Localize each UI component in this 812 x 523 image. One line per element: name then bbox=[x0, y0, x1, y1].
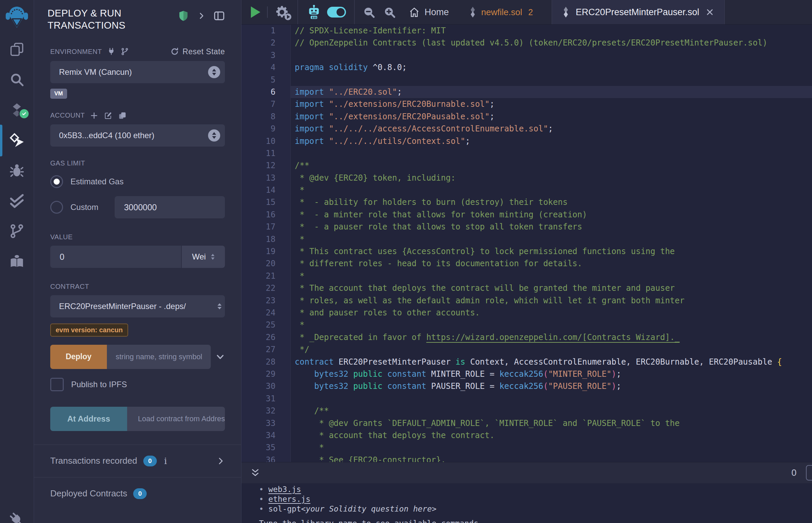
code-line[interactable]: 25 * bbox=[242, 319, 812, 331]
file-explorer-icon bbox=[9, 41, 24, 57]
code-line[interactable]: 15 * - ability for holders to burn (dest… bbox=[242, 196, 812, 208]
sidebar-item-search[interactable] bbox=[0, 69, 34, 90]
publish-ipfs-checkbox[interactable] bbox=[50, 378, 64, 391]
zoom-out-icon[interactable] bbox=[363, 6, 375, 19]
code-line[interactable]: 27 */ bbox=[242, 343, 812, 356]
run-script-button[interactable] bbox=[251, 6, 260, 18]
edit-account-icon[interactable] bbox=[104, 111, 112, 120]
reset-state-button[interactable]: Reset State bbox=[170, 47, 225, 56]
account-select[interactable]: 0x5B3...eddC4 (100 ether) bbox=[50, 124, 225, 147]
code-line[interactable]: 22 * The account that deploys the contra… bbox=[242, 282, 812, 294]
web3js-link[interactable]: web3.js bbox=[268, 485, 301, 494]
code-line[interactable]: 14 * bbox=[242, 184, 812, 196]
divider bbox=[267, 6, 268, 18]
code-line[interactable]: 4pragma solidity ^0.8.0; bbox=[242, 61, 812, 73]
tab-newfile[interactable]: newfile.sol 2 bbox=[469, 7, 533, 18]
transactions-recorded-row[interactable]: Transactions recorded 0 i bbox=[50, 445, 225, 477]
code-line[interactable]: 21 * bbox=[242, 270, 812, 282]
info-icon[interactable]: i bbox=[164, 456, 167, 466]
ai-copilot-icon[interactable] bbox=[306, 4, 322, 20]
fork-state-icon[interactable] bbox=[121, 48, 129, 56]
at-address-input[interactable]: Load contract from Addres bbox=[127, 407, 225, 431]
add-account-icon[interactable] bbox=[90, 111, 98, 120]
terminal-search-input[interactable] bbox=[806, 465, 812, 481]
custom-gas-input[interactable]: 3000000 bbox=[114, 196, 225, 218]
deployed-contracts-label: Deployed Contracts bbox=[50, 488, 127, 499]
zoom-in-icon[interactable] bbox=[384, 6, 396, 19]
code-line[interactable]: 30 bytes32 public constant PAUSER_ROLE =… bbox=[242, 380, 812, 392]
code-line[interactable]: 17 * - a pauser role that allows to stop… bbox=[242, 221, 812, 233]
terminal-panel[interactable]: •web3.js •ethers.js •sol-gpt <your Solid… bbox=[242, 483, 812, 523]
code-line[interactable]: 20 * different roles - head to its docum… bbox=[242, 257, 812, 270]
code-line[interactable]: 11 bbox=[242, 147, 812, 159]
code-line[interactable]: 33 * @dev Grants `DEFAULT_ADMIN_ROLE`, `… bbox=[242, 417, 812, 429]
code-line[interactable]: 10import "../../../utils/Context.sol"; bbox=[242, 135, 812, 147]
code-line[interactable]: 19 * This contract uses {AccessControl} … bbox=[242, 245, 812, 257]
pin-panel-icon[interactable] bbox=[213, 10, 225, 22]
code-line[interactable]: 24 * and pauser roles to other accounts. bbox=[242, 307, 812, 319]
code-line[interactable]: 18 * bbox=[242, 233, 812, 245]
sidebar-item-learn[interactable] bbox=[0, 251, 34, 272]
code-line[interactable]: 13 * @dev {ERC20} token, including: bbox=[242, 172, 812, 184]
plug-icon[interactable] bbox=[107, 48, 115, 56]
code-line[interactable]: 2// OpenZeppelin Contracts (last updated… bbox=[242, 37, 812, 49]
sidebar-item-solidity-compiler[interactable] bbox=[0, 100, 34, 120]
code-line[interactable]: 29 bytes32 public constant MINTER_ROLE =… bbox=[242, 368, 812, 380]
value-unit-select[interactable]: Wei bbox=[182, 246, 225, 268]
code-line[interactable]: 32 /** bbox=[242, 405, 812, 417]
code-line[interactable]: 1// SPDX-License-Identifier: MIT bbox=[242, 24, 812, 37]
value-label: VALUE bbox=[50, 233, 73, 241]
code-line[interactable]: 3 bbox=[242, 49, 812, 61]
transactions-count-badge: 0 bbox=[143, 456, 157, 466]
ethersjs-link[interactable]: ethers.js bbox=[268, 494, 311, 504]
constructor-args-input[interactable]: string name, string symbol bbox=[107, 345, 211, 369]
environment-select[interactable]: Remix VM (Cancun) bbox=[50, 61, 225, 83]
code-line[interactable]: 36 * See {ERC20-constructor}. bbox=[242, 454, 812, 462]
code-line[interactable]: 28contract ERC20PresetMinterPauser is Co… bbox=[242, 356, 812, 368]
sidebar-item-file-explorer[interactable] bbox=[0, 39, 34, 59]
sidebar-item-deploy-run[interactable] bbox=[0, 130, 34, 150]
code-line[interactable]: 12/** bbox=[242, 159, 812, 172]
select-stepper-icon bbox=[208, 66, 220, 78]
code-line[interactable]: 34 * account that deploys the contract. bbox=[242, 429, 812, 441]
at-address-button[interactable]: At Address bbox=[50, 407, 127, 431]
code-line[interactable]: 5 bbox=[242, 74, 812, 86]
deploy-button[interactable]: Deploy bbox=[50, 345, 107, 369]
plug-icon bbox=[9, 512, 24, 523]
collapse-terminal-icon[interactable] bbox=[250, 468, 260, 478]
close-icon[interactable] bbox=[705, 8, 714, 17]
collapse-panel-icon[interactable] bbox=[197, 12, 205, 20]
estimated-gas-label: Estimated Gas bbox=[70, 177, 123, 186]
code-line[interactable]: 6import "../ERC20.sol"; bbox=[242, 86, 812, 98]
code-line[interactable]: 35 * bbox=[242, 441, 812, 454]
copy-address-icon[interactable] bbox=[118, 111, 126, 120]
code-line[interactable]: 16 * - a minter role that allows for tok… bbox=[242, 209, 812, 221]
value-input[interactable]: 0 bbox=[50, 246, 181, 268]
solidity-file-icon bbox=[562, 7, 569, 18]
code-lines[interactable]: 1// SPDX-License-Identifier: MIT2// Open… bbox=[242, 24, 812, 462]
code-line[interactable]: 9import "../../../access/AccessControlEn… bbox=[242, 123, 812, 135]
sidebar-item-git[interactable] bbox=[0, 221, 34, 241]
contract-select[interactable]: ERC20PresetMinterPauser - .deps/ bbox=[50, 295, 225, 318]
deployed-contracts-row[interactable]: Deployed Contracts 0 bbox=[50, 477, 225, 510]
remix-ide-window: DEPLOY & RUN TRANSACTIONS ENVIRONMENT bbox=[0, 0, 812, 523]
remix-logo-icon[interactable] bbox=[5, 4, 29, 29]
code-line[interactable]: 26 * _Deprecated in favor of https://wiz… bbox=[242, 331, 812, 343]
estimated-gas-radio[interactable] bbox=[50, 175, 63, 188]
custom-gas-radio[interactable] bbox=[50, 201, 63, 214]
shield-icon[interactable] bbox=[178, 10, 189, 22]
sidebar-item-debugger[interactable] bbox=[0, 160, 34, 181]
expand-args-icon[interactable] bbox=[215, 352, 225, 362]
sidebar-item-plugin-connector[interactable] bbox=[0, 509, 34, 523]
deploy-run-panel: DEPLOY & RUN TRANSACTIONS ENVIRONMENT bbox=[34, 0, 242, 523]
ai-copilot-toggle[interactable] bbox=[327, 7, 346, 18]
code-line[interactable]: 23 * roles, as well as the default admin… bbox=[242, 294, 812, 307]
code-line[interactable]: 7import "../extensions/ERC20Burnable.sol… bbox=[242, 98, 812, 110]
sidebar-item-static-analysis[interactable] bbox=[0, 191, 34, 211]
code-line[interactable]: 8import "../extensions/ERC20Pausable.sol… bbox=[242, 110, 812, 123]
tab-erc20presetminterpauser[interactable]: ERC20PresetMinterPauser.sol bbox=[552, 0, 724, 24]
expand-transactions-icon[interactable] bbox=[216, 457, 225, 465]
code-line[interactable]: 31 bbox=[242, 393, 812, 405]
tab-home[interactable]: Home bbox=[409, 7, 449, 18]
run-config-button[interactable] bbox=[275, 5, 289, 20]
